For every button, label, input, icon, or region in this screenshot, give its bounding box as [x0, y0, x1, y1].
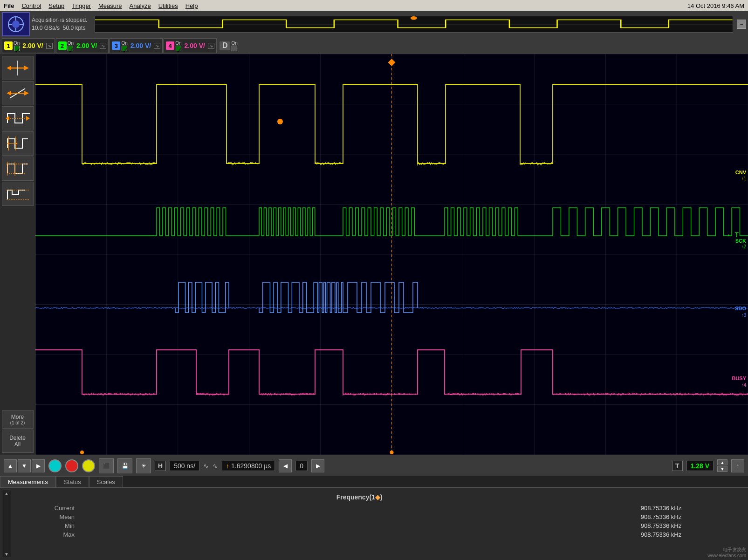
menu-control[interactable]: Control — [21, 2, 41, 9]
busy-label: BUSY — [732, 376, 746, 381]
ch1-wave-icon: ∿ — [46, 43, 53, 49]
meas-title: Frequency(1◆) — [19, 493, 700, 501]
color-btn-cyan[interactable] — [48, 459, 62, 472]
scroll-down-arrow[interactable]: ▼ — [3, 552, 10, 557]
svg-marker-14 — [24, 91, 29, 96]
sdo-label: SDO — [735, 306, 746, 311]
svg-marker-15 — [7, 91, 11, 96]
channel-2-block[interactable]: 2 On ✓ 2.00 V/ ∿ — [56, 38, 109, 53]
ch3-number: 3 — [112, 41, 120, 50]
cnv-label: CNV — [735, 170, 746, 175]
acq-status: Acquisition is stopped. — [32, 16, 87, 24]
meas-key-mean: Mean — [37, 513, 75, 520]
scroll-up-arrow[interactable]: ▲ — [3, 491, 10, 496]
t-right-btn[interactable]: ↑ — [731, 459, 744, 472]
digital-on-label: On — [231, 41, 237, 46]
ch4-volt: 2.00 V/ — [185, 42, 205, 49]
channel-3-block[interactable]: 3 On ✓ 2.00 V/ ∿ — [110, 38, 163, 53]
measurement-content: ▲ ▼ Frequency(1◆) Current 908.75336 kHz … — [0, 488, 748, 560]
nav-up-btn[interactable]: ▲ — [4, 459, 17, 472]
ch1-checkbox[interactable]: ✓ — [14, 46, 20, 51]
expand-btn[interactable]: ⬛ — [99, 458, 114, 473]
tab-scales[interactable]: Scales — [89, 476, 123, 487]
measurement-table: Frequency(1◆) Current 908.75336 kHz Mean… — [11, 490, 707, 558]
main-area: More (1 of 2) Delete All CNV SCK SDO BUS… — [0, 54, 748, 455]
menu-setup[interactable]: Setup — [48, 2, 64, 9]
cursor-tool-button[interactable] — [2, 56, 34, 80]
brightness-btn[interactable]: ☀ — [136, 458, 151, 473]
ch4-wave-icon: ∿ — [208, 43, 214, 49]
meas-val-max: 908.75336 kHz — [641, 531, 681, 538]
watermark: 电子发烧友www.elecfans.com — [707, 546, 746, 558]
color-btn-red[interactable] — [65, 459, 78, 472]
tab-measurements[interactable]: Measurements — [0, 476, 56, 487]
acq-points: 50.0 kpts — [63, 25, 86, 31]
time-left-btn[interactable]: ◀ — [279, 459, 292, 472]
ch1-indicator: ↑1 — [741, 176, 746, 181]
tab-status[interactable]: Status — [56, 476, 89, 487]
trigger-time-value: 1.6290800 µs — [231, 462, 271, 470]
more-button[interactable]: More (1 of 2) — [2, 410, 34, 429]
top-toolbar: Acquisition is stopped. 10.0 GSa/s 50.0 … — [0, 11, 748, 37]
digital-checkbox[interactable] — [232, 46, 237, 51]
time-right-btn[interactable]: ▶ — [311, 459, 324, 472]
t-up-btn[interactable]: ▲ — [717, 459, 727, 465]
zero-indicator: 0 — [295, 461, 308, 471]
ch3-checkbox[interactable]: ✓ — [122, 46, 127, 51]
svg-marker-9 — [24, 66, 29, 70]
ch3-indicator: ↑3 — [741, 313, 746, 318]
minimize-button[interactable]: − — [737, 20, 746, 29]
sine-icon-1: ∿ — [203, 462, 209, 470]
ch2-volt: 2.00 V/ — [76, 42, 97, 49]
ch4-number: 4 — [166, 41, 174, 50]
nav-down-btn[interactable]: ▼ — [18, 459, 31, 472]
digital-block[interactable]: D On — [218, 40, 240, 52]
edge-tool-button[interactable] — [2, 131, 34, 156]
ch2-checkbox[interactable]: ✓ — [68, 46, 73, 51]
t-down-btn[interactable]: ▼ — [717, 466, 727, 472]
wave-preview — [95, 16, 733, 33]
channel-4-block[interactable]: 4 On ✓ 2.00 V/ ∿ — [164, 38, 217, 53]
ch2-wave-icon: ∿ — [100, 43, 106, 49]
nav-right-btn[interactable]: ▶ — [32, 459, 45, 472]
svg-marker-23 — [16, 143, 18, 144]
pulse-tool-button[interactable] — [2, 106, 34, 130]
menu-help[interactable]: Help — [185, 2, 198, 9]
t-updown-group: ▲ ▼ — [717, 459, 727, 472]
diagonal-tool-button[interactable] — [2, 81, 34, 105]
save-btn[interactable]: 💾 — [117, 458, 132, 473]
meas-ch-ref: ◆ — [375, 493, 380, 501]
meas-title-close: ) — [380, 493, 383, 501]
ch1-volt: 2.00 V/ — [22, 42, 43, 49]
delete-all-button[interactable]: Delete All — [2, 430, 34, 453]
h-value: 500 ns/ — [170, 461, 199, 471]
meas-key-min: Min — [37, 522, 75, 529]
menu-file[interactable]: File — [4, 2, 14, 9]
trigger-time-display: ↑ 1.6290800 µs — [222, 461, 275, 471]
h-label: H — [155, 461, 166, 471]
left-toolbar: More (1 of 2) Delete All — [0, 54, 35, 455]
digital-label: D — [220, 41, 231, 50]
meas-key-current: Current — [37, 505, 75, 512]
menu-trigger[interactable]: Trigger — [72, 2, 91, 9]
menu-analyze[interactable]: Analyze — [130, 2, 151, 9]
menu-utilities[interactable]: Utilities — [158, 2, 178, 9]
scroll-sidebar[interactable]: ▲ ▼ — [2, 490, 11, 558]
ch4-checkbox[interactable]: ✓ — [176, 46, 181, 51]
channel-1-block[interactable]: 1 On ✓ 2.00 V/ ∿ — [2, 38, 55, 53]
runt-tool-button[interactable] — [2, 182, 34, 206]
svg-point-1 — [12, 20, 20, 28]
ch2-indicator: ↑2 — [741, 244, 746, 249]
ch1-number: 1 — [4, 41, 13, 50]
ch2-on-label: On — [68, 41, 74, 46]
oscilloscope-display[interactable]: CNV SCK SDO BUSY ↑1 ↑2 ↑3 ↑4 ← T — [35, 54, 748, 455]
logo-button[interactable] — [2, 12, 30, 36]
menu-measure[interactable]: Measure — [98, 2, 122, 9]
color-btn-yellow[interactable] — [82, 459, 95, 472]
acq-rate: 10.0 GSa/s — [32, 25, 60, 31]
step-tool-button[interactable] — [2, 157, 34, 181]
meas-val-current: 908.75336 kHz — [641, 505, 681, 512]
t-arrow-indicator: ← T — [727, 231, 739, 239]
svg-marker-10 — [7, 66, 11, 70]
t-label: T — [672, 461, 683, 471]
